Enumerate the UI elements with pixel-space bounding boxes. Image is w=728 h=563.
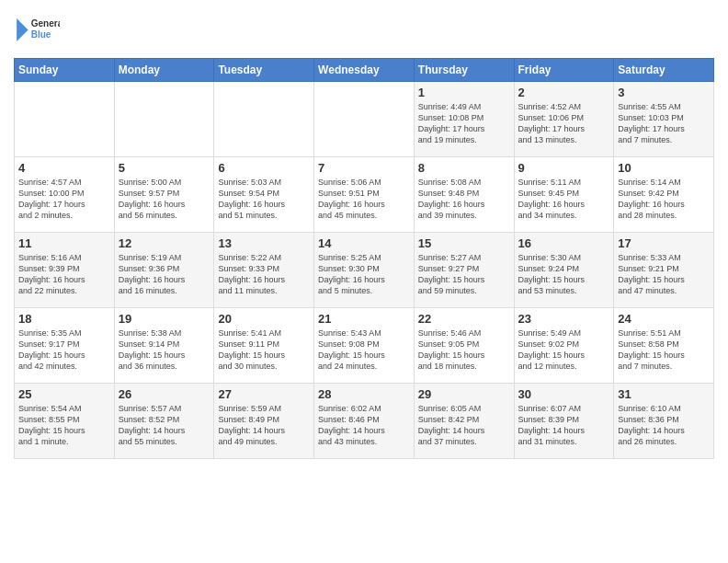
day-number: 31 [618,387,710,401]
cell-info: Sunrise: 4:55 AMSunset: 10:03 PMDaylight… [618,102,685,144]
cell-info: Sunrise: 5:51 AMSunset: 8:58 PMDaylight:… [618,328,685,371]
day-number: 3 [618,86,710,99]
cell-info: Sunrise: 4:57 AMSunset: 10:00 PMDaylight… [18,178,85,220]
day-number: 19 [119,312,210,326]
day-number: 13 [218,236,310,250]
day-number: 7 [318,161,410,175]
calendar-cell: 24Sunrise: 5:51 AMSunset: 8:58 PMDayligh… [614,308,714,384]
cell-info: Sunrise: 4:49 AMSunset: 10:08 PMDaylight… [418,102,485,144]
cell-info: Sunrise: 5:14 AMSunset: 9:42 PMDaylight:… [618,178,685,220]
calendar-cell: 3Sunrise: 4:55 AMSunset: 10:03 PMDayligh… [614,82,714,157]
cell-info: Sunrise: 5:16 AMSunset: 9:39 PMDaylight:… [18,253,85,295]
day-number: 16 [518,236,610,250]
calendar-cell: 10Sunrise: 5:14 AMSunset: 9:42 PMDayligh… [614,157,714,233]
week-row-3: 11Sunrise: 5:16 AMSunset: 9:39 PMDayligh… [15,233,714,308]
day-number: 26 [119,387,210,401]
svg-marker-3 [22,18,28,24]
cell-info: Sunrise: 5:19 AMSunset: 9:36 PMDaylight:… [119,253,186,295]
day-number: 15 [418,236,510,250]
day-number: 11 [18,236,110,250]
day-number: 21 [318,312,410,326]
calendar-cell: 6Sunrise: 5:03 AMSunset: 9:54 PMDaylight… [214,157,314,233]
calendar-cell: 23Sunrise: 5:49 AMSunset: 9:02 PMDayligh… [514,308,614,384]
cell-info: Sunrise: 5:22 AMSunset: 9:33 PMDaylight:… [218,253,285,295]
cell-info: Sunrise: 6:02 AMSunset: 8:46 PMDaylight:… [318,404,385,446]
calendar-cell: 29Sunrise: 6:05 AMSunset: 8:42 PMDayligh… [414,384,514,459]
col-header-sunday: Sunday [15,59,115,82]
day-number: 18 [18,312,110,326]
day-number: 25 [18,387,110,401]
calendar-table: SundayMondayTuesdayWednesdayThursdayFrid… [14,58,714,459]
svg-text:General: General [31,18,60,29]
day-number: 5 [119,161,210,175]
logo: General Blue [14,9,60,51]
calendar-cell: 12Sunrise: 5:19 AMSunset: 9:36 PMDayligh… [114,233,214,308]
calendar-cell: 14Sunrise: 5:25 AMSunset: 9:30 PMDayligh… [314,233,415,308]
calendar-cell: 17Sunrise: 5:33 AMSunset: 9:21 PMDayligh… [614,233,714,308]
svg-marker-2 [17,18,28,41]
calendar-cell: 28Sunrise: 6:02 AMSunset: 8:46 PMDayligh… [314,384,415,459]
calendar-cell: 15Sunrise: 5:27 AMSunset: 9:27 PMDayligh… [414,233,514,308]
col-header-thursday: Thursday [414,59,514,82]
cell-info: Sunrise: 5:27 AMSunset: 9:27 PMDaylight:… [418,253,485,295]
calendar-cell: 21Sunrise: 5:43 AMSunset: 9:08 PMDayligh… [314,308,415,384]
week-row-5: 25Sunrise: 5:54 AMSunset: 8:55 PMDayligh… [15,384,714,459]
col-header-saturday: Saturday [614,59,714,82]
day-number: 27 [218,387,310,401]
cell-info: Sunrise: 5:30 AMSunset: 9:24 PMDaylight:… [518,253,586,295]
cell-info: Sunrise: 5:57 AMSunset: 8:52 PMDaylight:… [119,404,186,446]
week-row-1: 1Sunrise: 4:49 AMSunset: 10:08 PMDayligh… [15,82,714,157]
header-row: SundayMondayTuesdayWednesdayThursdayFrid… [15,59,714,82]
cell-info: Sunrise: 5:54 AMSunset: 8:55 PMDaylight:… [18,404,85,446]
day-number: 28 [318,387,410,401]
cell-info: Sunrise: 5:59 AMSunset: 8:49 PMDaylight:… [218,404,285,446]
day-number: 10 [618,161,710,175]
svg-text:Blue: Blue [31,29,51,40]
calendar-cell: 27Sunrise: 5:59 AMSunset: 8:49 PMDayligh… [214,384,314,459]
cell-info: Sunrise: 6:05 AMSunset: 8:42 PMDaylight:… [418,404,485,446]
calendar-cell: 22Sunrise: 5:46 AMSunset: 9:05 PMDayligh… [414,308,514,384]
col-header-tuesday: Tuesday [214,59,314,82]
cell-info: Sunrise: 6:07 AMSunset: 8:39 PMDaylight:… [518,404,586,446]
calendar-cell: 4Sunrise: 4:57 AMSunset: 10:00 PMDayligh… [15,157,115,233]
cell-info: Sunrise: 5:49 AMSunset: 9:02 PMDaylight:… [518,328,586,371]
day-number: 8 [418,161,510,175]
calendar-cell: 26Sunrise: 5:57 AMSunset: 8:52 PMDayligh… [114,384,214,459]
calendar-cell [314,82,415,157]
calendar-cell: 18Sunrise: 5:35 AMSunset: 9:17 PMDayligh… [15,308,115,384]
calendar-cell: 13Sunrise: 5:22 AMSunset: 9:33 PMDayligh… [214,233,314,308]
cell-info: Sunrise: 5:35 AMSunset: 9:17 PMDaylight:… [18,328,85,371]
day-number: 2 [518,86,610,99]
col-header-monday: Monday [114,59,214,82]
col-header-friday: Friday [514,59,614,82]
calendar-cell: 7Sunrise: 5:06 AMSunset: 9:51 PMDaylight… [314,157,415,233]
cell-info: Sunrise: 5:11 AMSunset: 9:45 PMDaylight:… [518,178,586,220]
cell-info: Sunrise: 5:43 AMSunset: 9:08 PMDaylight:… [318,328,385,371]
calendar-cell: 30Sunrise: 6:07 AMSunset: 8:39 PMDayligh… [514,384,614,459]
day-number: 4 [18,161,110,175]
day-number: 1 [418,86,510,99]
header: General Blue [14,9,714,51]
logo-icon: General Blue [14,9,60,51]
cell-info: Sunrise: 5:08 AMSunset: 9:48 PMDaylight:… [418,178,485,220]
cell-info: Sunrise: 5:33 AMSunset: 9:21 PMDaylight:… [618,253,685,295]
day-number: 20 [218,312,310,326]
day-number: 29 [418,387,510,401]
calendar-cell: 9Sunrise: 5:11 AMSunset: 9:45 PMDaylight… [514,157,614,233]
day-number: 12 [119,236,210,250]
calendar-cell: 19Sunrise: 5:38 AMSunset: 9:14 PMDayligh… [114,308,214,384]
col-header-wednesday: Wednesday [314,59,415,82]
calendar-cell: 8Sunrise: 5:08 AMSunset: 9:48 PMDaylight… [414,157,514,233]
calendar-cell: 1Sunrise: 4:49 AMSunset: 10:08 PMDayligh… [414,82,514,157]
day-number: 30 [518,387,610,401]
day-number: 6 [218,161,310,175]
calendar-cell: 20Sunrise: 5:41 AMSunset: 9:11 PMDayligh… [214,308,314,384]
cell-info: Sunrise: 6:10 AMSunset: 8:36 PMDaylight:… [618,404,685,446]
cell-info: Sunrise: 5:25 AMSunset: 9:30 PMDaylight:… [318,253,385,295]
cell-info: Sunrise: 5:06 AMSunset: 9:51 PMDaylight:… [318,178,385,220]
cell-info: Sunrise: 5:46 AMSunset: 9:05 PMDaylight:… [418,328,485,371]
calendar-cell: 5Sunrise: 5:00 AMSunset: 9:57 PMDaylight… [114,157,214,233]
day-number: 24 [618,312,710,326]
day-number: 14 [318,236,410,250]
calendar-cell: 16Sunrise: 5:30 AMSunset: 9:24 PMDayligh… [514,233,614,308]
